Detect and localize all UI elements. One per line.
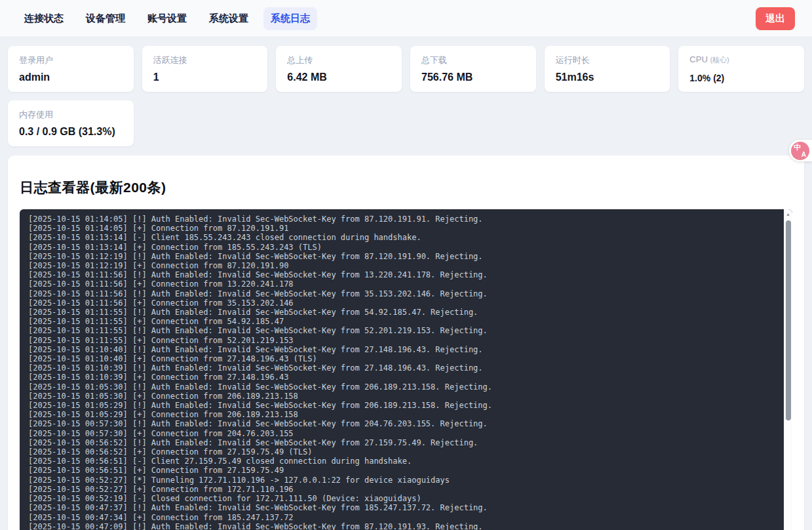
log-line: [2025-10-15 01:13:14] [-] Client 185.55.… <box>28 233 784 242</box>
page: 连接状态 设备管理 账号设置 系统设置 系统日志 退出 登录用户 admin 活… <box>0 0 812 530</box>
log-line: [2025-10-15 01:10:40] [!] Auth Enabled: … <box>28 345 784 354</box>
log-line: [2025-10-15 01:12:19] [!] Auth Enabled: … <box>28 252 784 261</box>
translate-en-glyph: A <box>802 152 806 158</box>
log-line: [2025-10-15 00:56:51] [+] Connection fro… <box>28 466 784 475</box>
log-line: [2025-10-15 01:05:29] [+] Connection fro… <box>28 410 784 419</box>
translate-icon: 中 A <box>791 142 809 160</box>
stat-value: 0.3 / 0.9 GB (31.3%) <box>19 126 123 138</box>
stat-value: admin <box>19 71 123 83</box>
log-line: [2025-10-15 01:14:05] [!] Auth Enabled: … <box>28 214 784 224</box>
stat-label: 活跃连接 <box>153 54 257 66</box>
log-line: [2025-10-15 01:11:56] [!] Auth Enabled: … <box>28 270 784 279</box>
stat-card-memory: 内存使用 0.3 / 0.9 GB (31.3%) <box>8 100 134 146</box>
stat-card-active-connections: 活跃连接 1 <box>142 46 268 92</box>
logout-button[interactable]: 退出 <box>756 7 795 30</box>
log-line: [2025-10-15 00:47:37] [!] Auth Enabled: … <box>28 503 784 512</box>
translate-zh-glyph: 中 <box>794 144 801 151</box>
tab-system-logs[interactable]: 系统日志 <box>263 7 317 30</box>
log-line: [2025-10-15 00:52:19] [-] Closed connect… <box>28 494 784 503</box>
scrollbar-thumb[interactable] <box>786 220 791 420</box>
log-line: [2025-10-15 00:56:52] [+] Connection fro… <box>28 447 784 457</box>
stat-label: CPU (核心) <box>689 54 793 65</box>
log-line: [2025-10-15 01:13:14] [+] Connection fro… <box>28 243 784 252</box>
log-line: [2025-10-15 01:05:30] [!] Auth Enabled: … <box>28 382 784 392</box>
log-line: [2025-10-15 00:47:09] [!] Auth Enabled: … <box>28 522 784 530</box>
log-line: [2025-10-15 00:56:51] [-] Client 27.159.… <box>28 457 784 466</box>
tab-account-settings[interactable]: 账号设置 <box>140 7 194 30</box>
stat-label: 内存使用 <box>19 109 123 121</box>
stat-value: 756.76 MB <box>421 71 525 83</box>
tab-device-management[interactable]: 设备管理 <box>79 7 132 30</box>
log-line: [2025-10-15 01:11:56] [+] Connection fro… <box>28 279 784 289</box>
stat-value: 1.0% (2) <box>689 73 793 83</box>
log-line: [2025-10-15 00:57:30] [!] Auth Enabled: … <box>28 419 784 428</box>
log-line: [2025-10-15 01:11:56] [!] Auth Enabled: … <box>28 289 784 298</box>
stat-label: 总上传 <box>287 54 391 66</box>
stat-label: 登录用户 <box>19 54 123 66</box>
stat-card-cpu: CPU (核心) 1.0% (2) <box>678 46 804 92</box>
log-line: [2025-10-15 00:47:34] [+] Connection fro… <box>28 513 784 522</box>
stat-label: 运行时长 <box>556 54 659 66</box>
log-line: [2025-10-15 00:56:52] [!] Auth Enabled: … <box>28 438 784 447</box>
stat-card-total-upload: 总上传 6.42 MB <box>276 46 402 92</box>
log-line: [2025-10-15 01:14:05] [+] Connection fro… <box>28 224 784 233</box>
log-line: [2025-10-15 01:10:40] [+] Connection fro… <box>28 354 784 363</box>
log-line: [2025-10-15 01:10:39] [!] Auth Enabled: … <box>28 363 784 373</box>
log-line: [2025-10-15 01:11:55] [+] Connection fro… <box>28 336 784 345</box>
stat-value: 51m16s <box>556 71 659 83</box>
stats-grid: 登录用户 admin 活跃连接 1 总上传 6.42 MB 总下载 756.76… <box>0 37 812 146</box>
log-scrollbar[interactable]: ▲ <box>784 209 792 530</box>
log-viewer-card: 日志查看器(最新200条) [2025-10-15 01:14:05] [!] … <box>8 155 804 530</box>
nav-tabs: 连接状态 设备管理 账号设置 系统设置 系统日志 <box>17 7 317 30</box>
log-line: [2025-10-15 01:10:39] [+] Connection fro… <box>28 373 784 382</box>
log-viewer-title: 日志查看器(最新200条) <box>20 178 792 197</box>
stat-value: 6.42 MB <box>287 71 391 83</box>
log-line: [2025-10-15 01:05:29] [!] Auth Enabled: … <box>28 401 784 410</box>
log-line: [2025-10-15 01:05:30] [+] Connection fro… <box>28 392 784 401</box>
tab-connection-status[interactable]: 连接状态 <box>17 7 71 30</box>
log-console[interactable]: [2025-10-15 01:14:05] [!] Auth Enabled: … <box>20 209 792 530</box>
stat-card-login-user: 登录用户 admin <box>8 46 134 92</box>
log-line: [2025-10-15 00:57:30] [+] Connection fro… <box>28 429 784 438</box>
log-line: [2025-10-15 01:11:55] [!] Auth Enabled: … <box>28 326 784 335</box>
stat-label: 总下载 <box>421 54 525 66</box>
stat-label-suffix: (核心) <box>710 56 729 64</box>
log-line: [2025-10-15 01:11:56] [+] Connection fro… <box>28 298 784 308</box>
tab-system-settings[interactable]: 系统设置 <box>202 7 256 30</box>
log-line: [2025-10-15 01:12:19] [+] Connection fro… <box>28 261 784 270</box>
translate-button[interactable]: 中 A <box>789 140 812 161</box>
log-lines: [2025-10-15 01:14:05] [!] Auth Enabled: … <box>20 209 792 530</box>
stat-card-uptime: 运行时长 51m16s <box>545 46 670 92</box>
log-line: [2025-10-15 00:52:27] [*] Tunneling 172.… <box>28 476 784 485</box>
top-nav-bar: 连接状态 设备管理 账号设置 系统设置 系统日志 退出 <box>0 0 812 37</box>
stat-card-total-download: 总下载 756.76 MB <box>410 46 536 92</box>
scroll-up-icon[interactable]: ▲ <box>784 211 792 218</box>
log-line: [2025-10-15 00:52:27] [+] Connection fro… <box>28 485 784 494</box>
stat-value: 1 <box>153 71 257 83</box>
log-line: [2025-10-15 01:11:55] [+] Connection fro… <box>28 317 784 326</box>
log-line: [2025-10-15 01:11:55] [!] Auth Enabled: … <box>28 308 784 317</box>
